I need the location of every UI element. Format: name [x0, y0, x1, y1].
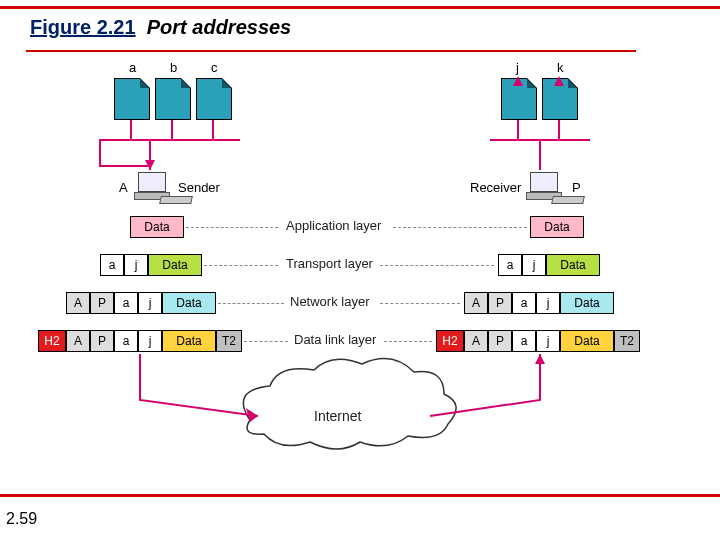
layer-transport: Transport layer: [286, 256, 373, 271]
pdu-dl-j-right: j: [536, 330, 560, 352]
figure-caption: Port addresses: [147, 16, 292, 38]
pdu-dl-T2-left: T2: [216, 330, 242, 352]
svg-marker-0: [145, 160, 155, 170]
keyboard-icon: [551, 196, 585, 204]
monitor-icon: [138, 172, 166, 192]
figure-number: Figure 2.21: [30, 16, 136, 38]
receiver-role: Receiver: [470, 180, 521, 195]
pdu-dl-a-right: a: [512, 330, 536, 352]
dash: [186, 227, 278, 228]
proc-icon: [155, 78, 191, 120]
pdu-tr-j-left: j: [124, 254, 148, 276]
proc-icon: [196, 78, 232, 120]
dash: [380, 265, 494, 266]
pdu-dl-H2-right: H2: [436, 330, 464, 352]
proc-label-b: b: [170, 60, 177, 75]
pdu-dl-a-left: a: [114, 330, 138, 352]
figure-title: Figure 2.21 Port addresses: [30, 16, 291, 39]
layer-application: Application layer: [286, 218, 381, 233]
keyboard-icon: [159, 196, 193, 204]
pdu-dl-A-right: A: [464, 330, 488, 352]
pdu-tr-data-left: Data: [148, 254, 202, 276]
sender-host-A: A: [119, 180, 128, 195]
dash: [384, 341, 432, 342]
pdu-dl-T2-right: T2: [614, 330, 640, 352]
dash: [380, 303, 460, 304]
pdu-app-data-right: Data: [530, 216, 584, 238]
pdu-dl-P-left: P: [90, 330, 114, 352]
monitor-icon: [530, 172, 558, 192]
pdu-nw-A-left: A: [66, 292, 90, 314]
pdu-nw-P-right: P: [488, 292, 512, 314]
rule-bottom: [0, 494, 720, 497]
proc-label-a: a: [129, 60, 136, 75]
pdu-nw-a-left: a: [114, 292, 138, 314]
dash: [393, 227, 527, 228]
pdu-tr-j-right: j: [522, 254, 546, 276]
pdu-tr-a-right: a: [498, 254, 522, 276]
rule-subtitle: [26, 50, 636, 52]
dash: [218, 303, 284, 304]
dash: [204, 265, 278, 266]
cloud-label: Internet: [314, 408, 361, 424]
pdu-app-data-left: Data: [130, 216, 184, 238]
sender-role: Sender: [178, 180, 220, 195]
rule-top: [0, 6, 720, 9]
proc-icon: [114, 78, 150, 120]
pdu-nw-P-left: P: [90, 292, 114, 314]
pdu-dl-data-left: Data: [162, 330, 216, 352]
pdu-nw-data-left: Data: [162, 292, 216, 314]
layer-datalink: Data link layer: [294, 332, 376, 347]
layer-network: Network layer: [290, 294, 369, 309]
proc-icon: [501, 78, 537, 120]
pdu-tr-a-left: a: [100, 254, 124, 276]
pdu-dl-data-right: Data: [560, 330, 614, 352]
pdu-dl-A-left: A: [66, 330, 90, 352]
pdu-nw-data-right: Data: [560, 292, 614, 314]
pdu-dl-P-right: P: [488, 330, 512, 352]
proc-label-c: c: [211, 60, 218, 75]
svg-marker-4: [246, 408, 258, 422]
pdu-nw-a-right: a: [512, 292, 536, 314]
proc-icon: [542, 78, 578, 120]
pdu-nw-j-right: j: [536, 292, 560, 314]
pdu-nw-j-left: j: [138, 292, 162, 314]
svg-marker-5: [535, 354, 545, 364]
pdu-tr-data-right: Data: [546, 254, 600, 276]
receiver-host-P: P: [572, 180, 581, 195]
proc-label-j: j: [516, 60, 519, 75]
pdu-dl-H2-left: H2: [38, 330, 66, 352]
dash: [244, 341, 288, 342]
pdu-nw-A-right: A: [464, 292, 488, 314]
pdu-dl-j-left: j: [138, 330, 162, 352]
page-number: 2.59: [6, 510, 37, 528]
proc-label-k: k: [557, 60, 564, 75]
